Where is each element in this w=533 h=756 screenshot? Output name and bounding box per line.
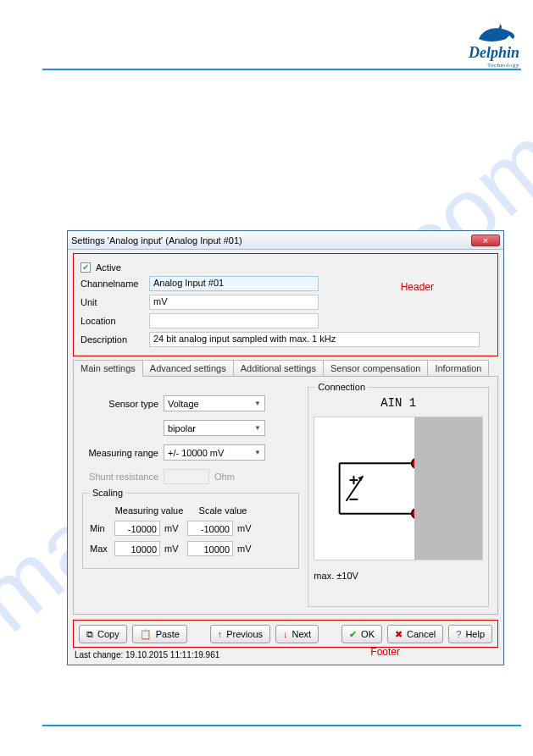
channelname-label: Channelname bbox=[81, 279, 144, 289]
copy-button[interactable]: ⧉Copy bbox=[79, 625, 127, 643]
header-panel: Header ✔ Active Channelname Analog Input… bbox=[73, 253, 498, 356]
close-button[interactable]: × bbox=[471, 235, 500, 246]
connection-diagram: + − 1 2 bbox=[314, 417, 483, 560]
max-label: Max bbox=[90, 544, 110, 554]
measuring-range-dropdown[interactable]: +/- 10000 mV bbox=[164, 444, 265, 461]
paste-icon: 📋 bbox=[140, 629, 152, 640]
help-button[interactable]: ?Help bbox=[448, 625, 492, 643]
help-icon: ? bbox=[456, 629, 461, 639]
unit-label: Unit bbox=[81, 297, 144, 307]
scaling-label: Scaling bbox=[90, 488, 125, 498]
min-label: Min bbox=[90, 523, 110, 533]
brand-logo: Delphin Technology bbox=[469, 24, 519, 69]
ok-button[interactable]: ✔OK bbox=[341, 625, 382, 643]
footer-annotation: Footer bbox=[370, 646, 400, 658]
polarity-dropdown[interactable]: bipolar bbox=[164, 420, 265, 436]
connection-title: AIN 1 bbox=[314, 396, 483, 410]
max-scale-input[interactable]: 10000 bbox=[187, 541, 233, 556]
active-checkbox[interactable]: ✔ bbox=[81, 262, 91, 273]
logo-text: Delphin bbox=[469, 44, 519, 62]
measuring-range-label: Measuring range bbox=[82, 448, 158, 458]
connection-group: Connection AIN 1 bbox=[308, 387, 489, 607]
description-input[interactable]: 24 bit analog input sampled with max. 1 … bbox=[149, 332, 480, 347]
description-label: Description bbox=[81, 334, 144, 345]
tab-content: Sensor type Voltage bipolar Measuring ra… bbox=[73, 377, 498, 615]
arrow-up-icon: ↑ bbox=[218, 629, 223, 639]
cancel-button[interactable]: ✖Cancel bbox=[387, 625, 443, 643]
footer-panel: ⧉Copy 📋Paste ↑Previous ↓Next ✔OK ✖Cancel… bbox=[73, 620, 498, 648]
tab-sensor-compensation[interactable]: Sensor compensation bbox=[323, 360, 428, 376]
location-input[interactable] bbox=[149, 313, 319, 328]
max-measure-input[interactable]: 10000 bbox=[114, 541, 160, 556]
settings-dialog: Settings 'Analog input' (Analog Input #0… bbox=[67, 230, 504, 665]
shunt-label: Shunt resistance bbox=[82, 472, 158, 482]
previous-button[interactable]: ↑Previous bbox=[210, 625, 270, 643]
unit-input[interactable]: mV bbox=[149, 295, 319, 310]
col-measure: Measuring value bbox=[114, 505, 184, 516]
logo-sub: Technology bbox=[469, 62, 519, 69]
sensor-type-label: Sensor type bbox=[82, 399, 158, 409]
tab-advanced-settings[interactable]: Advanced settings bbox=[142, 360, 234, 376]
paste-button[interactable]: 📋Paste bbox=[132, 625, 187, 643]
location-label: Location bbox=[81, 316, 144, 326]
copy-icon: ⧉ bbox=[86, 629, 93, 640]
tab-main-settings[interactable]: Main settings bbox=[73, 360, 143, 377]
connection-range: max. ±10V bbox=[314, 571, 483, 581]
shunt-unit: Ohm bbox=[214, 472, 233, 482]
scaling-group: Scaling Measuring value Scale value Min … bbox=[82, 493, 299, 569]
tab-information[interactable]: Information bbox=[427, 360, 489, 376]
min-scale-input[interactable]: -10000 bbox=[187, 521, 233, 536]
check-icon: ✔ bbox=[349, 629, 357, 640]
sensor-type-dropdown[interactable]: Voltage bbox=[164, 395, 265, 411]
next-button[interactable]: ↓Next bbox=[275, 625, 319, 643]
title-bar: Settings 'Analog input' (Analog Input #0… bbox=[68, 231, 503, 250]
active-label: Active bbox=[96, 262, 121, 273]
min-measure-input[interactable]: -10000 bbox=[114, 521, 160, 536]
connection-label: Connection bbox=[315, 382, 368, 392]
cross-icon: ✖ bbox=[395, 629, 403, 640]
col-scale: Scale value bbox=[188, 505, 258, 516]
tab-bar: Main settings Advanced settings Addition… bbox=[73, 360, 498, 377]
arrow-down-icon: ↓ bbox=[283, 629, 288, 639]
channelname-input[interactable]: Analog Input #01 bbox=[149, 276, 319, 291]
shunt-input bbox=[164, 469, 209, 484]
dialog-title: Settings 'Analog input' (Analog Input #0… bbox=[71, 235, 471, 246]
tab-additional-settings[interactable]: Additional settings bbox=[233, 360, 324, 376]
header-annotation: Header bbox=[401, 281, 434, 293]
last-change-text: Last change: 19.10.2015 11:11:19.961 bbox=[73, 648, 498, 661]
